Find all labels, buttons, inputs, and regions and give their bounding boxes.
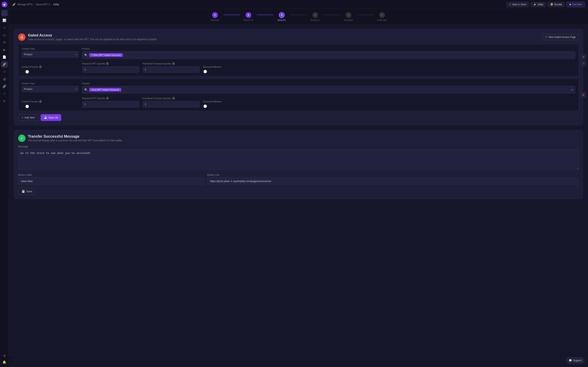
step-line-1: [223, 15, 240, 15]
add-item-button[interactable]: + Add Item: [18, 114, 39, 121]
breadcrumb-current: Utility: [53, 3, 59, 6]
content-preview-help-1: ?: [39, 66, 42, 68]
product-search-2[interactable]: 🔍 Vinyl (NFT Holder Discount) ✕: [82, 86, 575, 94]
gated-item-1-top: Content Type Product Page Video: [22, 48, 575, 59]
sidebar-icon-tag[interactable]: 🏷: [1, 32, 8, 38]
step-line-5: [357, 15, 374, 15]
button-link-field: Button Link: [207, 174, 579, 185]
product-field-1: Product 🔍 T-Shirt (NFT Holder Discount): [82, 48, 575, 59]
permitted-purchase-input-2[interactable]: [143, 101, 200, 108]
steps-container: 1 CREATE 2 WALLETS 3 UTILITY 4 BUNDLE 5 …: [207, 12, 390, 21]
step-utility[interactable]: 3 UTILITY: [273, 12, 290, 21]
gated-item-2-top: Content Type Product Page Video: [22, 82, 575, 94]
row-2-actions: 🗑: [581, 92, 586, 98]
button-label-input[interactable]: [18, 178, 204, 185]
sidebar-icon-chart[interactable]: 📊: [1, 17, 8, 24]
step-label-create: CREATE: [210, 19, 219, 21]
message-label: Message: [18, 145, 579, 148]
row-1-link-button[interactable]: ↗: [581, 61, 586, 66]
search-icon-2: 🔍: [84, 88, 87, 91]
row-2-delete-button[interactable]: 🗑: [581, 92, 586, 98]
required-nft-field-1: Required NFT Quantity ?: [82, 62, 139, 73]
content-type-select-2[interactable]: Product Page Video: [22, 86, 79, 92]
utility-button[interactable]: ⚡ Utility: [531, 2, 546, 7]
sidebar-icon-settings[interactable]: ⚙: [1, 39, 8, 46]
sidebar: ◆ ⌂ 📊 ↗ 🏷 ⚙ ▶ 📄 🚀 ↺ ▦ 🔗 ↗ 👁 ◈ 🔔: [0, 0, 9, 367]
steps-bar: 1 CREATE 2 WALLETS 3 UTILITY 4 BUNDLE 5 …: [9, 9, 588, 25]
product-search-1[interactable]: 🔍 T-Shirt (NFT Holder Discount): [82, 51, 575, 59]
permitted-purchase-help-2: ?: [172, 97, 175, 100]
sidebar-icon-external[interactable]: ↗: [1, 91, 8, 97]
product-tag-close-2[interactable]: ✕: [571, 88, 573, 91]
step-bundle[interactable]: 4 BUNDLE: [307, 12, 324, 21]
gated-access-header-right: ↗ View Gated Access Page: [542, 34, 579, 40]
support-button[interactable]: 💬 Support: [566, 357, 585, 364]
transfer-action-buttons: 💾 Save: [18, 188, 579, 195]
view-in-store-label: View in Store: [512, 3, 526, 6]
required-nft-input-2[interactable]: [82, 101, 139, 108]
gated-item-2-inner: Content Type Product Page Video: [18, 79, 579, 111]
breadcrumb-demo[interactable]: Demo NFT 2: [36, 3, 50, 6]
content-type-select-wrapper-1: Product Page Video: [22, 51, 79, 58]
permitted-purchase-label-1: Permitted Purchase Quantity ?: [143, 62, 200, 65]
collapse-sidebar-button[interactable]: ‹‹: [9, 356, 13, 364]
sidebar-icon-trending[interactable]: ↗: [1, 25, 8, 31]
gated-access-title: Gated Access: [28, 33, 157, 38]
required-nft-input-1[interactable]: [82, 66, 139, 73]
step-circle-utility: 3: [279, 12, 285, 18]
save-all-button[interactable]: 💾 Save All: [41, 114, 61, 121]
sidebar-icon-bell[interactable]: 🔔: [1, 359, 8, 365]
sidebar-icon-home[interactable]: ⌂: [1, 10, 8, 16]
row-1-copy-button[interactable]: ⧉: [581, 54, 586, 59]
view-in-store-button[interactable]: ↗ View in Store: [506, 2, 529, 7]
app-logo[interactable]: ◆: [2, 2, 7, 7]
required-nft-label-1: Required NFT Quantity ?: [82, 62, 139, 65]
transfer-message-header: ✓ Transfer Successful Message This text …: [18, 134, 579, 142]
step-publish[interactable]: 6 PUBLISH: [374, 12, 390, 21]
sidebar-icon-document[interactable]: 📄: [1, 54, 8, 60]
bundle-button[interactable]: 📦 Bundle: [548, 2, 564, 7]
discounts-field-2: Discounts Allowed: [203, 100, 575, 104]
gated-access-desc: Gate access to products, pages, or video…: [28, 38, 157, 41]
save-all-label: Save All: [48, 116, 58, 119]
end-mint-button[interactable]: ⏹ End Mint: [566, 2, 585, 7]
view-gated-access-button[interactable]: ↗ View Gated Access Page: [542, 34, 579, 40]
save-icon: 💾: [44, 116, 47, 119]
transfer-message-section: ✓ Transfer Successful Message This text …: [14, 130, 583, 199]
save-label: Save: [26, 190, 32, 193]
permitted-purchase-input-1[interactable]: [143, 66, 200, 73]
button-link-input[interactable]: [207, 178, 579, 185]
sidebar-icon-rocket[interactable]: 🚀: [1, 61, 8, 68]
breadcrumb: Manage NFTs › Demo NFT 2 › Utility: [17, 3, 59, 6]
step-create[interactable]: 1 CREATE: [207, 12, 223, 21]
step-label-review: REVIEW: [344, 19, 353, 21]
sidebar-icon-link[interactable]: 🔗: [1, 83, 8, 90]
content-preview-field-1: Content Preview ?: [22, 66, 79, 69]
sidebar-icon-eye[interactable]: 👁: [1, 98, 8, 104]
content-type-label-2: Content Type: [22, 82, 79, 85]
permitted-purchase-field-2: Permitted Purchase Quantity ?: [143, 97, 200, 108]
sidebar-icon-grid[interactable]: ▦: [1, 76, 8, 82]
breadcrumb-manage[interactable]: Manage NFTs: [17, 3, 33, 6]
message-textarea[interactable]: Go to the store to see what you've unloc…: [18, 149, 579, 170]
end-mint-icon: ⏹: [569, 3, 571, 6]
gated-access-header: 🔒 Gated Access Gate access to products, …: [18, 33, 579, 41]
sidebar-icon-refresh[interactable]: ↺: [1, 68, 8, 75]
step-circle-create: 1: [212, 12, 218, 18]
discounts-field-1: Discounts Allowed: [203, 66, 575, 69]
step-circle-review: 5: [346, 12, 351, 18]
search-icon-1: 🔍: [84, 54, 87, 57]
step-circle-wallets: 2: [246, 12, 251, 18]
step-wallets[interactable]: 2 WALLETS: [240, 12, 257, 21]
content-type-select-1[interactable]: Product Page Video: [22, 51, 79, 58]
save-button[interactable]: 💾 Save: [18, 188, 36, 195]
sidebar-icon-video[interactable]: ▶: [1, 47, 8, 53]
step-review[interactable]: 5 REVIEW: [340, 12, 357, 21]
sidebar-icon-cube[interactable]: ◈: [1, 352, 8, 359]
button-label-label: Button Label: [18, 174, 204, 176]
button-label-field: Button Label: [18, 174, 204, 185]
gated-item-1: Content Type Product Page Video: [18, 44, 579, 76]
gated-item-2: Content Type Product Page Video: [18, 79, 579, 111]
support-label: Support: [573, 359, 582, 362]
content-type-select-wrapper-2: Product Page Video: [22, 86, 79, 92]
